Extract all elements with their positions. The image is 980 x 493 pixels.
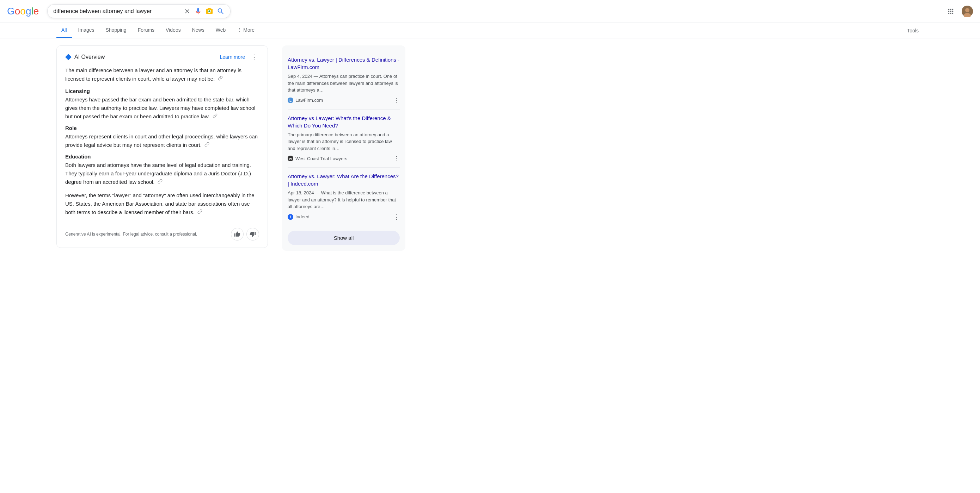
source-meta-1: L LawFirm.com ⋮ bbox=[288, 97, 400, 104]
apps-icon bbox=[947, 7, 955, 15]
source-item-1: Attorney vs. Lawyer | Differences & Defi… bbox=[288, 51, 400, 109]
source-title-2[interactable]: Attorney vs Lawyer: What's the Differenc… bbox=[288, 114, 400, 129]
source-site-1: L LawFirm.com bbox=[288, 98, 323, 103]
clear-search-button[interactable] bbox=[184, 8, 191, 15]
ai-section-licensing: Licensing Attorneys have passed the bar … bbox=[65, 88, 259, 121]
source-item-3: Attorney vs. Lawyer: What Are the Differ… bbox=[288, 168, 400, 226]
thumbs-up-icon bbox=[234, 231, 240, 237]
source-card: Attorney vs. Lawyer | Differences & Defi… bbox=[282, 46, 406, 251]
ai-feedback-buttons bbox=[231, 228, 259, 241]
voice-search-button[interactable] bbox=[194, 7, 202, 15]
ai-section-body: Attorneys represent clients in court and… bbox=[65, 132, 259, 149]
site-favicon-2: W bbox=[288, 155, 293, 161]
ai-footer-actions: Generative AI is experimental. For legal… bbox=[65, 224, 259, 241]
tools-button[interactable]: Tools bbox=[902, 24, 924, 38]
camera-icon bbox=[205, 7, 213, 15]
source-snippet-1: Sep 4, 2024 — Attorneys can practice in … bbox=[288, 73, 400, 94]
learn-more-link[interactable]: Learn more bbox=[220, 54, 245, 60]
link-icon bbox=[204, 142, 209, 147]
link-icon bbox=[197, 209, 202, 214]
source-meta-3: i Indeed ⋮ bbox=[288, 213, 400, 221]
link-icon bbox=[158, 179, 162, 184]
role-citation-link[interactable] bbox=[204, 142, 209, 147]
source-snippet-2: The primary difference between an attorn… bbox=[288, 132, 400, 152]
ai-diamond-icon bbox=[65, 54, 72, 60]
more-dots-icon: ⋮ bbox=[237, 27, 242, 33]
header-right bbox=[945, 6, 973, 17]
ai-section-heading: Role bbox=[65, 125, 259, 131]
tab-shopping[interactable]: Shopping bbox=[100, 23, 131, 38]
left-column: AI Overview Learn more ⋮ The main differ… bbox=[56, 46, 268, 255]
ai-section-body: Both lawyers and attorneys have the same… bbox=[65, 161, 259, 186]
ai-more-options-button[interactable]: ⋮ bbox=[249, 53, 259, 61]
tab-more[interactable]: ⋮ More bbox=[232, 23, 259, 38]
search-input[interactable]: difference between attorney and lawyer bbox=[53, 8, 180, 14]
thumbs-down-icon bbox=[250, 231, 256, 237]
source-item-2: Attorney vs Lawyer: What's the Differenc… bbox=[288, 109, 400, 168]
ai-title-area: AI Overview bbox=[65, 54, 105, 60]
search-icon bbox=[217, 7, 224, 15]
show-all-button[interactable]: Show all bbox=[288, 231, 400, 245]
site-favicon-3: i bbox=[288, 214, 293, 220]
education-citation-link[interactable] bbox=[158, 179, 162, 184]
source-snippet-3: Apr 18, 2024 — What is the difference be… bbox=[288, 189, 400, 210]
tab-all[interactable]: All bbox=[56, 23, 72, 38]
ai-disclaimer: Generative AI is experimental. For legal… bbox=[65, 232, 197, 237]
ai-section-heading: Licensing bbox=[65, 88, 259, 94]
svg-text:W: W bbox=[289, 157, 292, 160]
ai-section-education: Education Both lawyers and attorneys hav… bbox=[65, 154, 259, 186]
source-site-3: i Indeed bbox=[288, 214, 310, 220]
svg-text:L: L bbox=[290, 98, 291, 103]
ai-overview-title: AI Overview bbox=[75, 54, 105, 60]
tab-web[interactable]: Web bbox=[211, 23, 231, 38]
thumbs-down-button[interactable] bbox=[247, 228, 259, 241]
tab-forums[interactable]: Forums bbox=[133, 23, 159, 38]
licensing-citation-link[interactable] bbox=[213, 113, 218, 118]
source-more-button-2[interactable]: ⋮ bbox=[393, 155, 400, 162]
source-title-3[interactable]: Attorney vs. Lawyer: What Are the Differ… bbox=[288, 173, 400, 187]
header: Google difference between attorney and l… bbox=[0, 0, 980, 23]
source-title-1[interactable]: Attorney vs. Lawyer | Differences & Defi… bbox=[288, 56, 400, 71]
microphone-icon bbox=[194, 7, 202, 15]
close-icon bbox=[184, 8, 191, 15]
source-meta-2: W West Coast Trial Lawyers ⋮ bbox=[288, 155, 400, 162]
ai-footer-text: However, the terms "lawyer" and "attorne… bbox=[65, 191, 259, 217]
svg-text:i: i bbox=[290, 215, 291, 219]
footer-citation-link[interactable] bbox=[197, 209, 202, 214]
thumbs-up-button[interactable] bbox=[231, 228, 243, 241]
search-nav: All Images Shopping Forums Videos News W… bbox=[0, 23, 980, 38]
source-more-button-3[interactable]: ⋮ bbox=[393, 213, 400, 221]
right-column: Attorney vs. Lawyer | Differences & Defi… bbox=[282, 46, 406, 255]
ai-main-text: The main difference between a lawyer and… bbox=[65, 66, 259, 83]
ai-overview-header: AI Overview Learn more ⋮ bbox=[65, 53, 259, 61]
google-apps-button[interactable] bbox=[945, 6, 956, 17]
google-logo: Google bbox=[7, 6, 39, 17]
search-box: difference between attorney and lawyer bbox=[47, 4, 231, 18]
ai-section-role: Role Attorneys represent clients in cour… bbox=[65, 125, 259, 149]
source-site-2: W West Coast Trial Lawyers bbox=[288, 155, 347, 161]
ai-overview-box: AI Overview Learn more ⋮ The main differ… bbox=[56, 46, 268, 248]
tab-images[interactable]: Images bbox=[73, 23, 99, 38]
main-content: AI Overview Learn more ⋮ The main differ… bbox=[0, 38, 493, 262]
search-submit-button[interactable] bbox=[217, 7, 224, 15]
svg-point-2 bbox=[965, 8, 969, 12]
avatar[interactable] bbox=[962, 6, 973, 17]
ai-header-actions: Learn more ⋮ bbox=[220, 53, 259, 61]
site-favicon-1: L bbox=[288, 98, 293, 103]
link-icon bbox=[218, 76, 223, 81]
ai-section-body: Attorneys have passed the bar exam and b… bbox=[65, 95, 259, 121]
source-more-button-1[interactable]: ⋮ bbox=[393, 97, 400, 104]
tab-videos[interactable]: Videos bbox=[161, 23, 186, 38]
ai-main-citation-link[interactable] bbox=[218, 76, 223, 81]
tab-news[interactable]: News bbox=[187, 23, 209, 38]
lens-search-button[interactable] bbox=[205, 7, 213, 15]
ai-section-heading: Education bbox=[65, 154, 259, 160]
link-icon bbox=[213, 113, 218, 118]
